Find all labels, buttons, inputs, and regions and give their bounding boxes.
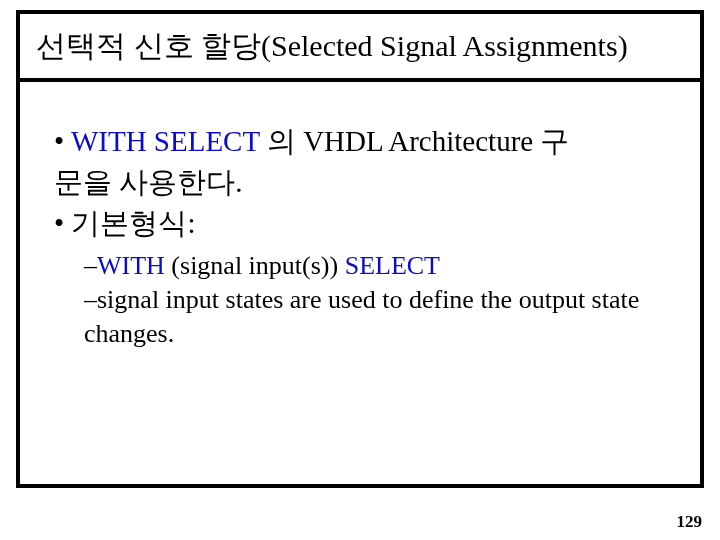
bullet-2: • 기본형식: (54, 204, 666, 243)
main-frame: 선택적 신호 할당(Selected Signal Assignments) •… (16, 10, 704, 488)
bullet-1-prefix: • (54, 125, 71, 157)
slide: 선택적 신호 할당(Selected Signal Assignments) •… (0, 0, 720, 540)
slide-title: 선택적 신호 할당(Selected Signal Assignments) (36, 29, 628, 62)
content-area: • WITH SELECT 의 VHDL Architecture 구 문을 사… (20, 82, 700, 361)
title-box: 선택적 신호 할당(Selected Signal Assignments) (20, 14, 700, 82)
kw-select: SELECT (154, 125, 260, 157)
bullet-1-line2: 문을 사용한다. (54, 163, 666, 202)
sub1-select: SELECT (345, 251, 440, 280)
sub-list: –WITH (signal input(s)) SELECT –signal i… (54, 249, 666, 350)
sub-item-1: –WITH (signal input(s)) SELECT (84, 249, 666, 283)
sub1-paren: (signal input(s)) (165, 251, 345, 280)
bullet-1-mid (147, 125, 154, 157)
bullet-1: • WITH SELECT 의 VHDL Architecture 구 (54, 122, 666, 161)
sub-item-2: –signal input states are used to define … (84, 283, 666, 351)
kw-with: WITH (71, 125, 147, 157)
bullet-1-rest: 의 VHDL Architecture 구 (260, 125, 570, 157)
page-number: 129 (677, 512, 703, 532)
sub1-prefix: – (84, 251, 97, 280)
sub1-with: WITH (97, 251, 165, 280)
